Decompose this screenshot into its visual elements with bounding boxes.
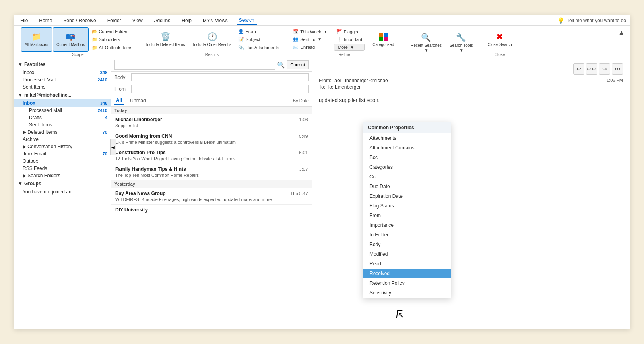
dropdown-item-modified[interactable]: Modified xyxy=(363,249,451,259)
body-filter-input[interactable] xyxy=(131,73,309,81)
groups-chevron-icon: ▼ xyxy=(18,181,23,187)
ribbon-sent-to[interactable]: 👥 Sent To ▼ xyxy=(291,36,330,43)
dropdown-item-received[interactable]: Received xyxy=(363,269,451,278)
favorites-section[interactable]: ▼ Favorites xyxy=(14,60,111,69)
dropdown-item-importance[interactable]: Importance xyxy=(363,220,451,230)
ribbon-close-search[interactable]: ✖ Close Search xyxy=(484,27,516,52)
sidebar-account-processed[interactable]: Processed Mail 2410 xyxy=(14,107,111,114)
sidebar-search-folders[interactable]: ▶ Search Folders xyxy=(14,172,111,179)
more-label: More xyxy=(338,45,348,50)
groups-label: Groups xyxy=(24,181,41,187)
ribbon-all-outlook[interactable]: 📁 All Outlook Items xyxy=(89,44,135,51)
dropdown-item-categories[interactable]: Categories xyxy=(363,162,451,172)
all-mailboxes-label: All Mailboxes xyxy=(25,42,48,47)
sidebar-drafts[interactable]: Drafts 4 xyxy=(14,114,111,121)
search-scope-btn[interactable]: Current xyxy=(287,60,309,69)
email-item-2[interactable]: Construction Pro Tips 5:01 12 Tools You … xyxy=(111,147,312,164)
more-actions-btn[interactable]: ••• xyxy=(612,63,623,75)
ribbon-current-mailbox[interactable]: 📪 Current Mailbox xyxy=(53,27,89,52)
reply-all-btn[interactable]: ↩↩ xyxy=(586,63,597,75)
dropdown-item-body[interactable]: Body xyxy=(363,240,451,249)
tell-me-bar[interactable]: 💡 Tell me what you want to do xyxy=(557,17,626,24)
ribbon-categorized[interactable]: Categorized xyxy=(369,31,398,49)
reply-btn[interactable]: ↩ xyxy=(573,63,584,75)
sidebar-outbox[interactable]: Outbox xyxy=(14,157,111,165)
dropdown-item-in-folder[interactable]: In Folder xyxy=(363,230,451,240)
sidebar-deleted[interactable]: ▶ Deleted Items 70 xyxy=(14,128,111,136)
sidebar-inbox-badge: 348 xyxy=(100,70,107,75)
sort-label[interactable]: By Date xyxy=(293,98,309,103)
attachment-icon: 📎 xyxy=(238,45,244,50)
ribbon-this-week[interactable]: 📅 This Week ▼ xyxy=(291,28,330,35)
sidebar-archive[interactable]: Archive xyxy=(14,136,111,143)
menu-search[interactable]: Search xyxy=(237,17,257,25)
menu-myn-views[interactable]: MYN Views xyxy=(200,17,230,24)
ribbon-subject[interactable]: 📝 Subject xyxy=(236,36,281,43)
from-meta-label: From: xyxy=(319,78,331,83)
email-item-1[interactable]: Good Morning from CNN 5:49 UK's Prime Mi… xyxy=(111,131,312,147)
sidebar-sent-items[interactable]: Sent Items xyxy=(14,83,111,91)
menu-send-receive[interactable]: Send / Receive xyxy=(61,17,98,24)
email-item-y0[interactable]: Bay Area News Group Thu 5:47 WILDFIRES: … xyxy=(111,188,312,205)
from-filter-row: From xyxy=(111,83,312,95)
account-section[interactable]: ▼ mikel@michaelline... xyxy=(14,91,111,99)
search-icon[interactable]: 🔍 xyxy=(277,61,285,69)
recent-searches-icon: 🔍 xyxy=(421,33,431,42)
from-filter-input[interactable] xyxy=(131,85,309,93)
ribbon-flagged[interactable]: 🚩 Flagged xyxy=(334,28,365,35)
ribbon-important[interactable]: ❕ Important xyxy=(334,36,365,43)
ribbon-current-folder[interactable]: 📂 Current Folder xyxy=(89,28,135,35)
has-attachments-label: Has Attachments xyxy=(246,45,279,50)
sidebar-groups-sub[interactable]: You have not joined an... xyxy=(14,188,111,195)
dropdown-item-expiration-date[interactable]: Expiration Date xyxy=(363,191,451,201)
forward-btn[interactable]: ↪ xyxy=(599,63,610,75)
ribbon-subfolders[interactable]: 📁 Subfolders xyxy=(89,36,135,43)
menu-file[interactable]: File xyxy=(18,17,30,24)
groups-section[interactable]: ▼ Groups xyxy=(14,179,111,188)
sidebar-account-inbox[interactable]: Inbox 348 xyxy=(14,99,111,107)
ribbon-search-tools[interactable]: 🔧 Search Tools ▼ xyxy=(446,27,477,58)
sidebar-rss[interactable]: RSS Feeds xyxy=(14,165,111,172)
dropdown-item-flag-status[interactable]: Flag Status xyxy=(363,201,451,211)
menu-home[interactable]: Home xyxy=(37,17,54,24)
dropdown-item-bcc[interactable]: Bcc xyxy=(363,153,451,162)
menu-folder[interactable]: Folder xyxy=(105,17,124,24)
dropdown-item-attachment-contains[interactable]: Attachment Contains xyxy=(363,143,451,153)
ribbon-unread[interactable]: ✉️ Unread xyxy=(291,44,330,51)
ribbon-recent-searches[interactable]: 🔍 Recent Searches ▼ xyxy=(407,27,445,58)
dropdown-item-retention-policy[interactable]: Retention Policy xyxy=(363,278,451,288)
sidebar-collapse-btn[interactable]: ◀ xyxy=(110,139,111,155)
ribbon-collapse-btn[interactable]: ▲ xyxy=(617,27,626,58)
ribbon-include-older[interactable]: 🕐 Include Older Results xyxy=(189,27,235,52)
ribbon-from[interactable]: 👤 From xyxy=(236,28,281,35)
tab-unread[interactable]: Unread xyxy=(128,97,147,104)
menu-view[interactable]: View xyxy=(130,17,145,24)
sidebar-junk[interactable]: Junk Email 70 xyxy=(14,150,111,157)
email-time-3: 3:07 xyxy=(299,167,308,172)
menu-add-ins[interactable]: Add-ins xyxy=(152,17,173,24)
email-item-y1[interactable]: DIY University xyxy=(111,205,312,216)
ribbon-include-deleted[interactable]: 🗑️ Include Deleted Items xyxy=(142,27,189,52)
tab-all[interactable]: All xyxy=(114,97,124,105)
dropdown-item-attachments[interactable]: Attachments xyxy=(363,133,451,143)
ribbon-has-attachments[interactable]: 📎 Has Attachments xyxy=(236,44,281,51)
refine-group-label: Refine xyxy=(339,52,350,58)
dropdown-item-from[interactable]: From xyxy=(363,211,451,220)
dropdown-item-read[interactable]: Read xyxy=(363,259,451,269)
dropdown-item-sensitivity[interactable]: Sensitivity xyxy=(363,288,451,298)
subject-icon: 📝 xyxy=(238,37,244,42)
email-item-0[interactable]: Michael Linenberger 1:06 Supplier list xyxy=(111,114,312,131)
sidebar-processed-mail[interactable]: Processed Mail 2410 xyxy=(14,76,111,83)
sidebar-inbox[interactable]: Inbox 348 xyxy=(14,69,111,76)
ribbon-more[interactable]: More ▼ xyxy=(334,44,365,51)
ribbon-scope-col: 📂 Current Folder 📁 Subfolders 📁 All Outl… xyxy=(89,27,135,52)
ribbon-all-mailboxes[interactable]: 📁 All Mailboxes xyxy=(21,27,52,52)
conv-chevron-icon: ▶ xyxy=(23,144,27,149)
sidebar-conv-history[interactable]: ▶ Conversation History xyxy=(14,143,111,150)
dropdown-item-cc[interactable]: Cc xyxy=(363,172,451,182)
menu-help[interactable]: Help xyxy=(179,17,194,24)
sidebar-sent[interactable]: Sent Items xyxy=(14,121,111,128)
email-item-3[interactable]: Family Handyman Tips & Hints 3:07 The To… xyxy=(111,164,312,180)
search-input[interactable] xyxy=(114,60,275,70)
dropdown-item-due-date[interactable]: Due Date xyxy=(363,182,451,191)
